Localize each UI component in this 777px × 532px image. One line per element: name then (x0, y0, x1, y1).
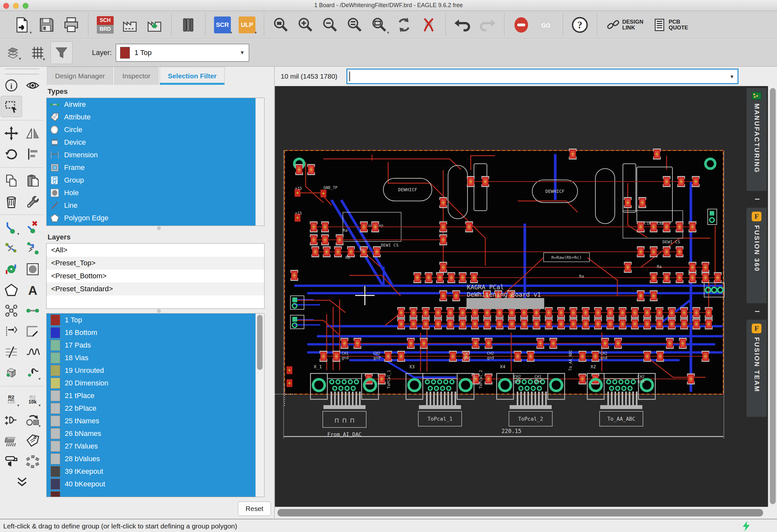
splitter-handle[interactable] (44, 309, 274, 313)
type-item-circle[interactable]: Circle (46, 123, 264, 136)
tab-selection-filter[interactable]: Selection Filter (159, 66, 225, 85)
gate-add-button[interactable] (1, 410, 22, 430)
selection-filter-toggle-button[interactable] (50, 41, 73, 64)
replace-button[interactable]: ▾ (22, 410, 43, 430)
layer-item-25-tnames[interactable]: 25 tNames (46, 414, 264, 427)
wrench-button[interactable] (22, 191, 43, 212)
type-item-polygon-edge[interactable]: Polygon Edge (46, 212, 264, 224)
grid-button[interactable]: ▾ (26, 42, 48, 64)
paint-button[interactable] (1, 451, 22, 472)
layers-scrollbar[interactable] (255, 313, 264, 497)
zoom-exact-button[interactable] (342, 13, 367, 37)
layer-item-17-pads[interactable]: 17 Pads (46, 339, 264, 352)
zoom-redraw-button[interactable] (392, 13, 416, 37)
side-tab-manufacturing[interactable]: MANUFACTURING (747, 88, 767, 191)
pcb-drawing[interactable]: 220.15DEWHICFDEWHICF0.1uF capDEWI CS0.1u… (275, 86, 746, 507)
copy-button[interactable] (1, 170, 22, 191)
type-item-group[interactable]: Group (46, 174, 264, 186)
type-item-airwire[interactable]: Airwire (46, 98, 264, 111)
attribute-button[interactable] (22, 430, 43, 451)
layer-item-16-bottom[interactable]: 16 Bottom (46, 326, 264, 339)
undo-button[interactable] (450, 13, 475, 37)
ripup-button[interactable] (22, 218, 43, 238)
splitter-handle[interactable] (44, 226, 274, 230)
route-airwire-button[interactable] (1, 238, 22, 259)
ulp-button[interactable]: ULP▾ (235, 13, 259, 37)
paste-button[interactable] (22, 170, 43, 191)
type-item-line[interactable]: Line (46, 199, 264, 212)
layer-item-28-bvalues[interactable]: 28 bValues (46, 452, 264, 465)
cam-processor-button[interactable] (118, 13, 142, 37)
split-button[interactable] (1, 342, 22, 363)
junction-button[interactable] (1, 300, 22, 321)
stop-button[interactable] (509, 13, 534, 37)
palette-expand-button[interactable] (1, 472, 43, 493)
save-button[interactable] (34, 13, 59, 37)
layer-item-27-tvalues[interactable]: 27 tValues (46, 440, 264, 452)
help-button[interactable]: ? (567, 13, 592, 37)
layer-preset-item[interactable]: <Preset_Top> (46, 257, 264, 270)
delete-button[interactable] (1, 191, 22, 212)
cam-output-button[interactable] (142, 13, 167, 37)
type-item-device[interactable]: Device (46, 136, 264, 148)
layer-item-1-top[interactable]: 1 Top (46, 313, 264, 326)
via-button[interactable] (1, 259, 22, 280)
pcb-quote-button[interactable]: PCBQUOTE (648, 13, 692, 37)
mark-button[interactable] (1, 321, 22, 342)
script-button[interactable]: SCR▾ (210, 13, 235, 37)
type-item-dimension[interactable]: Dimension (46, 148, 264, 161)
layer-item-22-bplace[interactable]: 22 bPlace (46, 402, 264, 414)
side-tab-fusion-team[interactable]: FFUSION TEAM (747, 320, 767, 417)
palette-drag-handle[interactable] (5, 69, 39, 75)
walkaround-button[interactable] (22, 238, 43, 259)
zoom-out-button[interactable] (318, 13, 342, 37)
redo-button[interactable] (475, 13, 500, 37)
command-input[interactable]: ▼ (346, 69, 739, 84)
horizontal-scrollbar[interactable] (275, 507, 768, 519)
type-item-frame[interactable]: Frame (46, 161, 264, 174)
align-button[interactable] (22, 144, 43, 164)
zoom-select-button[interactable]: ▾ (367, 13, 392, 37)
text-button[interactable]: A (22, 280, 43, 300)
layer-dropdown[interactable]: 1 Top ▼ (116, 44, 249, 62)
add-part-button[interactable] (1, 363, 22, 383)
layer-item-40-bkeepout[interactable]: 40 bKeepout (46, 478, 264, 490)
add-gate-button[interactable]: ▾ (22, 363, 43, 383)
layer-item-18-vias[interactable]: 18 Vias (46, 352, 264, 364)
layer-item-19-unrouted[interactable]: 19 Unrouted (46, 364, 264, 377)
reset-button[interactable]: Reset (238, 502, 271, 516)
layer-preset-item[interactable]: <All> (46, 244, 264, 257)
info-button[interactable]: i (1, 75, 22, 96)
tab-design-manager[interactable]: Design Manager (47, 66, 113, 85)
new-board-button[interactable]: ▾ (10, 13, 34, 37)
design-link-button[interactable]: DESIGNLINK (601, 13, 648, 37)
side-tab-fusion-360[interactable]: FFUSION 360 (747, 208, 767, 303)
go-button[interactable]: GO (534, 13, 558, 37)
mitre-button[interactable] (416, 13, 441, 37)
print-button[interactable] (59, 13, 84, 37)
layer-preset-item[interactable]: <Preset_Standard> (46, 282, 264, 295)
layer-item-20-dimension[interactable]: 20 Dimension (46, 377, 264, 389)
horizontal-scrollbar-thumb[interactable] (278, 509, 763, 517)
group-dots-button[interactable] (22, 451, 43, 472)
board-canvas[interactable]: 220.15DEWHICFDEWHICF0.1uF capDEWI CS0.1u… (275, 86, 768, 507)
layer-settings-button[interactable]: ▾ (3, 42, 24, 64)
pad-button[interactable] (22, 259, 43, 280)
move-button[interactable] (1, 123, 22, 144)
meander-button[interactable] (22, 342, 43, 363)
layer-item-39-tkeepout[interactable]: 39 tKeepout (46, 465, 264, 478)
types-scrollbar[interactable] (255, 98, 264, 226)
value-button[interactable]: R210k▾ (22, 389, 43, 410)
library-button[interactable] (176, 13, 201, 37)
zoom-in-button[interactable] (293, 13, 318, 37)
group-select-button[interactable] (1, 96, 22, 117)
type-item-hole[interactable]: Hole (46, 186, 264, 199)
tab-inspector[interactable]: Inspector (114, 66, 158, 85)
vertical-scrollbar-thumb[interactable] (770, 88, 776, 504)
miter-button[interactable] (22, 321, 43, 342)
polygon-button[interactable] (1, 280, 22, 300)
zoom-fit-button[interactable] (269, 13, 293, 37)
eye-button[interactable] (22, 75, 43, 96)
wire-button[interactable] (22, 300, 43, 321)
layer-preset-item[interactable]: <Preset_Bottom> (46, 270, 264, 282)
